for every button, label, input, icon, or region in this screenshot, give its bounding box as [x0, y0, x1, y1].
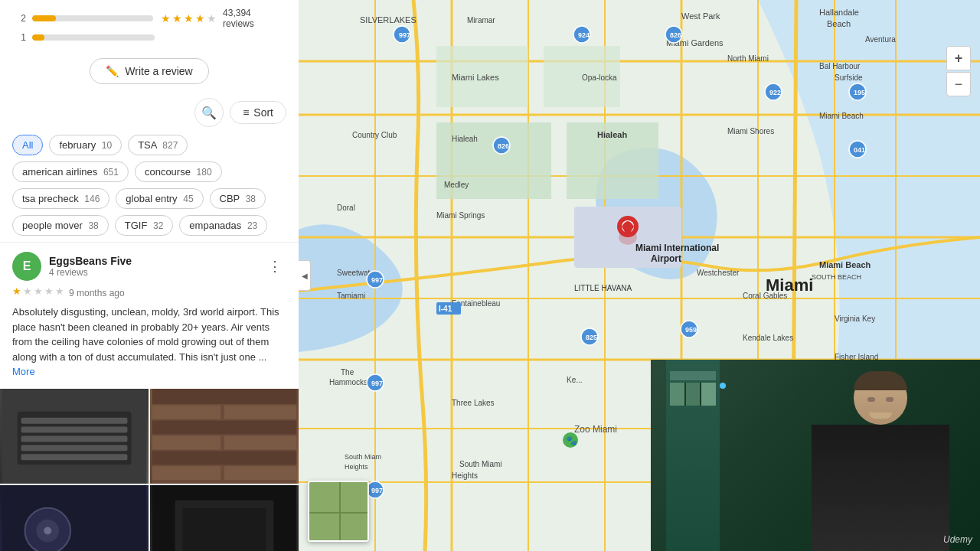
svg-text:Virginia Key: Virginia Key [835, 315, 875, 323]
chip-tsa-label: TSA [138, 139, 157, 151]
svg-text:Heights: Heights [452, 471, 478, 480]
svg-text:Medley: Medley [444, 181, 469, 189]
svg-text:The: The [341, 368, 354, 377]
review-date: 9 months ago [69, 288, 125, 298]
svg-rect-8 [152, 389, 296, 404]
chip-american-airlines-label: american airlines [22, 166, 97, 178]
rating-bars: 2 ★ ★ ★ ★ ★ 43,394 reviews 1 [0, 0, 299, 52]
map-thumbnail[interactable] [308, 481, 369, 542]
reviewer-name[interactable]: EggsBeans Five [49, 255, 132, 267]
svg-text:959: 959 [685, 326, 697, 334]
reviewer-header: E EggsBeans Five 4 reviews ⋮ [12, 252, 286, 281]
svg-text:997: 997 [371, 487, 383, 494]
review-image-1[interactable] [0, 389, 149, 484]
review-stars: ★ ★ ★ ★ ★ [12, 285, 64, 297]
image-ceiling [0, 485, 149, 552]
bookshelf [666, 360, 720, 551]
chip-tsa-precheck-label: tsa precheck [22, 193, 79, 204]
reviewer-info: EggsBeans Five 4 reviews [49, 255, 132, 278]
chip-global-entry-label: global entry [126, 193, 177, 204]
bar-label-1: 1 [15, 32, 26, 43]
avatar: E [12, 252, 41, 281]
collapse-icon: ◀ [302, 272, 308, 280]
image-brick [150, 389, 299, 484]
chip-american-airlines[interactable]: american airlines 651 [12, 161, 129, 182]
video-content [651, 360, 980, 551]
review-image-2[interactable] [150, 389, 299, 484]
review-star-1: ★ [12, 285, 21, 297]
svg-rect-9 [152, 405, 220, 419]
svg-text:Doral: Doral [337, 204, 355, 212]
chip-all[interactable]: All [12, 135, 43, 155]
eye-left [867, 397, 875, 402]
sort-button[interactable]: ≡ Sort [230, 101, 286, 124]
zoom-in-button[interactable]: + [946, 46, 971, 70]
svg-text:Hammocks: Hammocks [329, 378, 368, 386]
chip-february[interactable]: february 10 [49, 135, 122, 155]
collapse-handle[interactable]: ◀ [299, 260, 311, 291]
chip-tsa-precheck-count: 146 [84, 194, 100, 204]
map-area[interactable]: SILVERLAKES Miramar West Park Hallandale… [299, 0, 980, 551]
chip-global-entry[interactable]: global entry 45 [116, 188, 203, 209]
svg-text:Kendale Lakes: Kendale Lakes [743, 334, 793, 342]
chip-people-mover-label: people mover [22, 220, 83, 231]
chip-cbp[interactable]: CBP 38 [210, 188, 266, 209]
person-hair [854, 371, 907, 390]
svg-text:Tamiami: Tamiami [337, 292, 365, 300]
svg-rect-10 [224, 405, 296, 419]
review-image-3[interactable] [0, 485, 149, 552]
bar-row-1: 1 [15, 32, 283, 43]
filter-chips: All february 10 TSA 827 american airline… [0, 135, 299, 242]
more-options-button[interactable]: ⋮ [263, 255, 286, 278]
chip-empanadas[interactable]: empanadas 23 [179, 215, 267, 236]
svg-text:Beach: Beach [827, 19, 851, 28]
svg-text:Miami Beach: Miami Beach [819, 260, 871, 269]
svg-rect-15 [152, 466, 220, 480]
chip-tsa[interactable]: TSA 827 [128, 135, 188, 155]
chip-tgif[interactable]: TGIF 32 [115, 215, 174, 236]
pencil-icon: ✏️ [106, 65, 119, 77]
more-link[interactable]: More [12, 366, 35, 377]
reviewer-left: E EggsBeans Five 4 reviews [12, 252, 132, 281]
svg-rect-6 [21, 454, 128, 460]
svg-rect-4 [21, 435, 128, 442]
write-review-button[interactable]: ✏️ Write a review [90, 58, 208, 84]
svg-text:I-41: I-41 [439, 305, 452, 313]
chip-tgif-label: TGIF [125, 220, 148, 231]
book-3 [701, 383, 716, 406]
star-5: ★ [207, 12, 217, 24]
svg-rect-23 [182, 507, 266, 551]
svg-text:Miramar: Miramar [467, 16, 495, 24]
chip-tsa-count: 827 [162, 140, 178, 151]
chip-cbp-count: 38 [246, 194, 256, 204]
svg-text:Miami Lakes: Miami Lakes [452, 73, 499, 82]
shelf-1 [670, 371, 716, 380]
bar-label-2: 2 [15, 13, 26, 24]
video-overlay: Udemy [651, 360, 980, 551]
svg-text:Miami: Miami [766, 276, 813, 295]
svg-text:SILVERLAKES: SILVERLAKES [360, 15, 416, 24]
svg-text:Miami Springs: Miami Springs [436, 211, 485, 220]
review-image-4[interactable] [150, 485, 299, 552]
image-dark [150, 485, 299, 552]
svg-text:826: 826 [670, 31, 681, 39]
bar-track-2 [32, 15, 153, 21]
chip-tgif-count: 32 [153, 220, 163, 231]
svg-text:LITTLE HAVANA: LITTLE HAVANA [574, 284, 632, 292]
search-button[interactable]: 🔍 [194, 98, 224, 127]
chip-tsa-precheck[interactable]: tsa precheck 146 [12, 188, 109, 209]
star-1: ★ [161, 12, 171, 24]
svg-text:Country Club: Country Club [352, 131, 397, 139]
svg-rect-13 [224, 435, 296, 449]
chip-people-mover-count: 38 [88, 220, 98, 231]
svg-text:Heights: Heights [345, 463, 368, 471]
svg-text:924: 924 [578, 31, 590, 39]
left-panel: 2 ★ ★ ★ ★ ★ 43,394 reviews 1 ✏️ Write a … [0, 0, 299, 551]
svg-rect-11 [152, 420, 296, 434]
chip-february-count: 10 [102, 140, 112, 151]
zoom-out-button[interactable]: − [946, 72, 971, 96]
chip-people-mover[interactable]: people mover 38 [12, 215, 109, 236]
svg-text:Three Lakes: Three Lakes [452, 399, 495, 407]
search-icon: 🔍 [201, 106, 217, 120]
chip-concourse[interactable]: concourse 180 [135, 161, 222, 182]
